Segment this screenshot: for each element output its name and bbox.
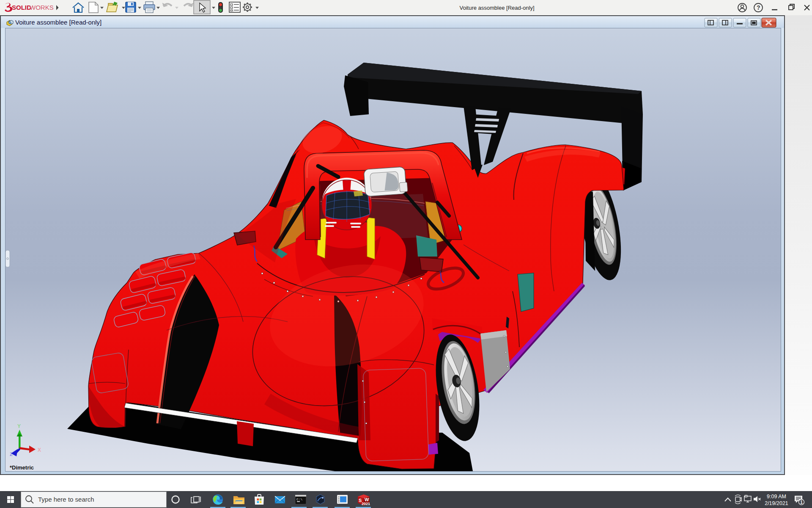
svg-text:Z: Z xyxy=(10,452,13,457)
svg-text:WORKS: WORKS xyxy=(30,4,54,11)
svg-text:1: 1 xyxy=(800,500,803,505)
svg-text:?: ? xyxy=(757,4,760,11)
svg-text:C:\: C:\ xyxy=(296,497,303,501)
svg-text:9:09 AM: 9:09 AM xyxy=(767,494,786,500)
svg-text:SOLID: SOLID xyxy=(12,4,31,11)
svg-text:X: X xyxy=(38,447,41,453)
svg-text:2021: 2021 xyxy=(362,502,370,506)
svg-text:Y: Y xyxy=(17,423,21,429)
svg-text:2/19/2021: 2/19/2021 xyxy=(765,500,788,506)
